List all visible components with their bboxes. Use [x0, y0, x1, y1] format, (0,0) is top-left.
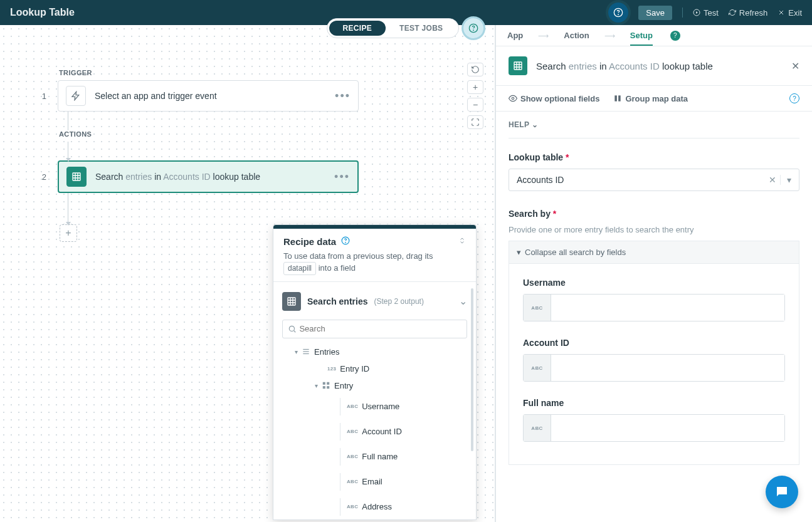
- trigger-step-text: Select an app and trigger event: [95, 91, 335, 101]
- more-icon[interactable]: •••: [335, 90, 351, 103]
- tree-node-entry-id[interactable]: 123 Entry ID: [282, 360, 467, 377]
- svg-rect-8: [288, 298, 295, 305]
- close-button[interactable]: ✕: [791, 60, 799, 72]
- step-output-sub: (Step 2 output): [374, 297, 424, 306]
- tab-app[interactable]: App: [507, 31, 523, 40]
- svg-rect-16: [327, 387, 329, 389]
- action-step-card[interactable]: Search entries in Accounts ID lookup tab…: [58, 160, 359, 193]
- username-input-row: ABC: [523, 294, 785, 321]
- setup-options-bar: Show optional fields Group map data ?: [496, 86, 812, 112]
- svg-rect-14: [327, 382, 329, 385]
- search-fields-group: Username ABC Account ID ABC Full name AB…: [509, 264, 799, 465]
- trigger-icon: [66, 86, 86, 106]
- help-accordion[interactable]: HELP ⌄: [509, 120, 799, 138]
- help-icon[interactable]: [461, 16, 485, 40]
- table-icon: [509, 56, 527, 75]
- show-optional-toggle[interactable]: Show optional fields: [509, 94, 599, 103]
- lookup-table-select[interactable]: Accounts ID ✕ ▾: [509, 169, 799, 191]
- search-icon: [288, 325, 297, 333]
- caret-icon: ▾: [315, 382, 318, 389]
- number-type-icon: 123: [327, 366, 336, 372]
- list-icon: [302, 347, 310, 356]
- text-type-icon: ABC: [524, 355, 551, 381]
- svg-rect-19: [615, 95, 618, 101]
- chat-fab[interactable]: [766, 476, 798, 508]
- tree-node-account-id[interactable]: ABC Account ID: [282, 419, 467, 444]
- help-icon[interactable]: [606, 0, 631, 25]
- full-name-input[interactable]: [551, 415, 784, 441]
- tree-node-address[interactable]: ABC Address: [282, 494, 467, 519]
- lookup-table-value: Accounts ID: [517, 175, 564, 185]
- action-step-text: Search entries in Accounts ID lookup tab…: [95, 172, 334, 182]
- svg-rect-5: [73, 173, 80, 180]
- trigger-heading: TRIGGER: [38, 69, 457, 76]
- step-1-row: 1 Select an app and trigger event •••: [38, 80, 457, 112]
- tab-recipe[interactable]: RECIPE: [329, 21, 386, 36]
- chevron-down-icon[interactable]: ▾: [780, 175, 791, 185]
- datapill-search[interactable]: [282, 320, 467, 338]
- tab-action[interactable]: Action: [564, 31, 589, 40]
- search-input[interactable]: [299, 324, 461, 333]
- svg-rect-17: [514, 62, 522, 70]
- tree-node-username[interactable]: ABC Username: [282, 394, 467, 419]
- setup-panel: App ⟶ Action ⟶ Setup ? Search entries in…: [495, 25, 812, 522]
- datapill-tree: ▾ Entries 123 Entry ID ▾ Entry ABC: [282, 343, 467, 519]
- account-id-input[interactable]: [551, 355, 784, 381]
- text-type-icon: ABC: [347, 479, 358, 484]
- scrollbar[interactable]: [471, 288, 473, 451]
- text-type-icon: ABC: [347, 454, 358, 459]
- step-2-row: 2 Search entries in Accounts ID lookup t…: [38, 160, 457, 193]
- clear-icon[interactable]: ✕: [765, 175, 780, 185]
- username-input[interactable]: [551, 295, 784, 321]
- test-button[interactable]: Test: [693, 8, 719, 18]
- exit-button[interactable]: Exit: [778, 8, 802, 18]
- tree-node-email[interactable]: ABC Email: [282, 469, 467, 494]
- step-output-header[interactable]: Search entries (Step 2 output) ⌄: [282, 288, 467, 315]
- recipe-canvas[interactable]: + − TRIGGER 1 Select an app and trigger …: [0, 25, 495, 522]
- tab-test-jobs[interactable]: TEST JOBS: [386, 21, 456, 36]
- lookup-table-label: Lookup table *: [509, 152, 799, 162]
- group-map-toggle[interactable]: Group map data: [613, 94, 688, 103]
- svg-point-4: [473, 30, 474, 31]
- actions-heading: ACTIONS: [38, 130, 457, 138]
- table-icon: [282, 292, 301, 311]
- tree-node-entries[interactable]: ▾ Entries: [282, 343, 467, 360]
- tree-node-full-name[interactable]: ABC Full name: [282, 444, 467, 469]
- account-id-label: Account ID: [523, 338, 785, 348]
- help-icon[interactable]: ?: [789, 93, 799, 103]
- exit-label: Exit: [788, 8, 802, 18]
- search-by-hint: Provide one or more entry fields to sear…: [509, 225, 799, 234]
- full-name-label: Full name: [523, 398, 785, 408]
- text-type-icon: ABC: [347, 429, 358, 434]
- expand-icon[interactable]: [458, 237, 466, 246]
- step-output-label: Search entries: [307, 296, 368, 306]
- refresh-button[interactable]: Refresh: [729, 8, 768, 18]
- tab-pill-group: RECIPE TEST JOBS: [327, 16, 486, 40]
- more-icon[interactable]: •••: [334, 170, 350, 184]
- chevron-down-icon[interactable]: ⌄: [459, 295, 467, 307]
- svg-point-18: [512, 97, 514, 100]
- help-icon[interactable]: [341, 236, 350, 247]
- step-number: 1: [38, 91, 46, 101]
- caret-icon: ▾: [517, 248, 521, 257]
- username-label: Username: [523, 278, 785, 288]
- account-id-input-row: ABC: [523, 354, 785, 382]
- help-icon[interactable]: ?: [670, 31, 680, 41]
- full-name-input-row: ABC: [523, 414, 785, 442]
- text-type-icon: ABC: [347, 504, 358, 509]
- add-step-button[interactable]: +: [60, 224, 77, 242]
- recipe-data-desc: To use data from a previous step, drag i…: [283, 251, 466, 275]
- tree-node-entry[interactable]: ▾ Entry: [282, 377, 467, 394]
- refresh-label: Refresh: [739, 8, 768, 18]
- tab-setup[interactable]: Setup: [630, 31, 653, 46]
- step-summary-text: Search entries in Accounts ID lookup tab…: [536, 61, 713, 71]
- svg-rect-15: [323, 387, 325, 389]
- save-button[interactable]: Save: [638, 6, 672, 20]
- datapill-chip: datapill: [283, 262, 316, 275]
- trigger-step-card[interactable]: Select an app and trigger event •••: [58, 80, 359, 112]
- connector: [68, 193, 68, 224]
- collapse-search-fields[interactable]: ▾ Collapse all search by fields: [509, 241, 799, 264]
- text-type-icon: ABC: [524, 295, 551, 321]
- chevron-down-icon: ⌄: [532, 120, 538, 129]
- text-type-icon: ABC: [347, 404, 358, 409]
